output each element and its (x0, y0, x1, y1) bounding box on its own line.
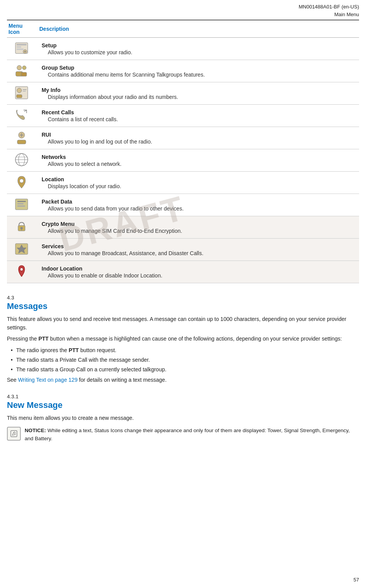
icon-cell-indoor-location (7, 261, 38, 283)
icon-cell-networks (7, 149, 38, 172)
table-header-desc: Description (38, 20, 359, 38)
svg-point-5 (24, 51, 26, 52)
bullet-item-2: The radio starts a Private Call with the… (11, 356, 359, 364)
svg-point-7 (22, 66, 26, 70)
desc-body: Contains a list of recent calls. (42, 116, 356, 122)
desc-cell-packet-data: Packet DataAllows you to send data from … (38, 194, 359, 216)
desc-body: Allows you to customize your radio. (42, 49, 356, 55)
desc-cell-crypto-menu: Crypto MenuAllows you to manage SIM Card… (38, 216, 359, 239)
desc-cell-setup: SetupAllows you to customize your radio. (38, 38, 359, 60)
desc-cell-location: LocationDisplays location of your radio. (38, 172, 359, 194)
icon-cell-crypto-menu (7, 216, 38, 239)
svg-line-37 (13, 432, 15, 433)
svg-point-24 (20, 179, 24, 183)
svg-point-30 (20, 227, 23, 229)
svg-rect-9 (21, 72, 27, 76)
svg-rect-2 (17, 46, 21, 48)
ptt-bold-2: PTT (69, 347, 79, 353)
table-row: Group SetupContains additional menu item… (7, 60, 359, 82)
desc-cell-networks: NetworksAllows you to select a network. (38, 149, 359, 172)
table-row: LocationDisplays location of your radio. (7, 172, 359, 194)
svg-rect-1 (17, 44, 27, 45)
section-43-num: 4.3 (7, 295, 359, 301)
notice-text: NOTICE: While editing a text, Status Ico… (25, 427, 359, 443)
icon-cell-recent-calls (7, 105, 38, 127)
bullet-item-1: The radio ignores the PTT button request… (11, 346, 359, 354)
notice-icon (7, 427, 21, 441)
notice-label: NOTICE: (25, 428, 46, 433)
desc-cell-services: ServicesAllows you to manage Broadcast, … (38, 239, 359, 261)
desc-body: Allows you to manage Broadcast, Assistan… (42, 250, 356, 256)
section-43: 4.3 Messages This feature allows you to … (7, 295, 359, 384)
svg-rect-28 (17, 205, 25, 207)
desc-title: Services (42, 243, 356, 249)
desc-title: Networks (42, 154, 356, 160)
icon-cell-packet-data (7, 194, 38, 216)
section-431-num: 4.3.1 (7, 394, 359, 399)
svg-rect-27 (17, 203, 24, 204)
svg-rect-13 (23, 89, 27, 90)
section-43-body1: This feature allows you to send and rece… (7, 315, 359, 332)
section-43-body2: Pressing the PTT button when a message i… (7, 335, 359, 343)
svg-rect-26 (17, 201, 26, 202)
section-431: 4.3.1 New Message This menu item allows … (7, 394, 359, 443)
desc-cell-recent-calls: Recent CallsContains a list of recent ca… (38, 105, 359, 127)
notice-box: NOTICE: While editing a text, Status Ico… (7, 427, 359, 443)
desc-cell-rui: RUIAllows you to log in and log out of t… (38, 127, 359, 149)
desc-title: RUI (42, 132, 356, 138)
table-row: RUIAllows you to log in and log out of t… (7, 127, 359, 149)
table-row: ServicesAllows you to manage Broadcast, … (7, 239, 359, 261)
desc-body: Displays information about your radio an… (42, 94, 356, 100)
svg-rect-16 (17, 140, 26, 144)
header-line1: MN001488A01-BF (en-US) (0, 3, 359, 11)
section-43-title: Messages (7, 301, 359, 311)
desc-title: Packet Data (42, 199, 356, 205)
page-header: MN001488A01-BF (en-US) Main Menu (0, 0, 366, 20)
svg-point-11 (17, 88, 22, 93)
desc-cell-group-setup: Group SetupContains additional menu item… (38, 60, 359, 82)
svg-point-34 (20, 268, 23, 271)
ptt-bold-1: PTT (39, 336, 49, 342)
svg-rect-3 (17, 48, 24, 50)
icon-cell-my-info (7, 82, 38, 105)
desc-body: Contains additional menu items for Scann… (42, 72, 356, 78)
table-row: Recent CallsContains a list of recent ca… (7, 105, 359, 127)
icon-cell-location (7, 172, 38, 194)
desc-title: Crypto Menu (42, 221, 356, 227)
desc-title: Indoor Location (42, 266, 356, 272)
section-43-see: See Writing Text on page 129 for details… (7, 376, 359, 384)
table-row: Indoor LocationAllows you to enable or d… (7, 261, 359, 283)
section-431-body: This menu item allows you to create a ne… (7, 414, 359, 423)
svg-rect-14 (23, 91, 26, 92)
desc-body: Allows you to send data from your radio … (42, 205, 356, 212)
desc-body: Displays location of your radio. (42, 183, 356, 189)
bullet-list: The radio ignores the PTT button request… (11, 346, 359, 374)
svg-rect-35 (11, 431, 17, 437)
table-header-icon: Menu Icon (7, 20, 38, 38)
desc-title: Recent Calls (42, 109, 356, 115)
pencil-icon (10, 429, 18, 438)
icon-cell-rui (7, 127, 38, 149)
icon-cell-setup (7, 38, 38, 60)
desc-title: Group Setup (42, 65, 356, 71)
bullet-item-3: The radio starts a Group Call on a curre… (11, 366, 359, 374)
desc-body: Allows you to log in and log out of the … (42, 139, 356, 145)
notice-body: While editing a text, Status Icons chang… (25, 428, 350, 441)
table-row: Packet DataAllows you to send data from … (7, 194, 359, 216)
table-row: My InfoDisplays information about your r… (7, 82, 359, 105)
desc-title: My Info (42, 87, 356, 93)
svg-rect-12 (17, 95, 22, 98)
writing-text-link[interactable]: Writing Text on page 129 (18, 377, 77, 383)
menu-icon-table: Menu Icon Description SetupAllows you to… (7, 20, 359, 283)
desc-title: Location (42, 176, 356, 182)
desc-body: Allows you to enable or disable Indoor L… (42, 272, 356, 279)
desc-cell-indoor-location: Indoor LocationAllows you to enable or d… (38, 261, 359, 283)
table-row: NetworksAllows you to select a network. (7, 149, 359, 172)
desc-cell-my-info: My InfoDisplays information about your r… (38, 82, 359, 105)
icon-cell-group-setup (7, 60, 38, 82)
desc-body: Allows you to select a network. (42, 161, 356, 167)
icon-cell-services (7, 239, 38, 261)
table-row: SetupAllows you to customize your radio. (7, 38, 359, 60)
table-row: Crypto MenuAllows you to manage SIM Card… (7, 216, 359, 239)
desc-body: Allows you to manage SIM Card End-to-End… (42, 228, 356, 234)
